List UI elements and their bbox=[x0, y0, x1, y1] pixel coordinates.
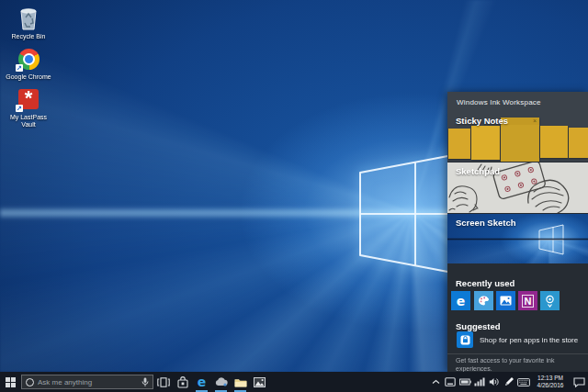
sticky-note-close-icon[interactable]: × bbox=[533, 118, 537, 125]
windows-logo-icon bbox=[6, 377, 16, 387]
desktop-icon-google-chrome[interactable]: ↗ Google Chrome bbox=[6, 45, 51, 81]
store-suggestion-item[interactable]: Shop for pen apps in the store bbox=[447, 330, 588, 353]
action-center-icon bbox=[573, 377, 585, 387]
store-bag-icon bbox=[177, 376, 188, 388]
edge-icon: e bbox=[457, 294, 466, 308]
network-button[interactable] bbox=[472, 372, 487, 392]
maps-app-tile[interactable] bbox=[540, 291, 560, 310]
suggestion-text: Shop for pen apps in the store bbox=[480, 336, 578, 344]
store-taskbar-button[interactable] bbox=[173, 372, 192, 392]
desktop-icon-label: Google Chrome bbox=[6, 73, 51, 81]
screen-sketch-section[interactable]: Screen Sketch bbox=[447, 214, 588, 263]
pen-icon bbox=[503, 376, 514, 387]
photos-app-tile[interactable] bbox=[496, 291, 515, 310]
maps-icon bbox=[544, 295, 556, 308]
screen-sketch-label: Screen Sketch bbox=[456, 218, 515, 228]
sticky-note bbox=[448, 129, 470, 159]
chevron-up-icon bbox=[432, 379, 440, 385]
onenote-icon: N bbox=[522, 295, 535, 308]
network-signal-icon bbox=[474, 377, 485, 386]
cloud-app-taskbar-button[interactable] bbox=[211, 372, 231, 392]
edge-icon: e bbox=[198, 375, 207, 389]
edge-app-tile[interactable]: e bbox=[451, 291, 470, 310]
sketchpad-label: Sketchpad bbox=[456, 166, 500, 176]
sticky-note bbox=[540, 126, 568, 158]
keyboard-icon bbox=[517, 378, 530, 386]
windows-ink-workspace-panel: Windows Ink Workspace Sticky Notes + × bbox=[447, 92, 588, 372]
photos-icon bbox=[500, 296, 512, 306]
battery-button[interactable] bbox=[458, 372, 472, 392]
paint-palette-icon bbox=[478, 295, 490, 307]
clock-date: 4/26/2016 bbox=[531, 382, 570, 389]
cortana-icon bbox=[26, 378, 34, 386]
footer-line1: Get fast access to your favorite ink exp… bbox=[456, 356, 588, 373]
fresh-paint-app-tile[interactable] bbox=[474, 291, 493, 310]
sticky-notes-section[interactable]: Sticky Notes + × bbox=[447, 112, 588, 162]
tablet-icon bbox=[445, 377, 456, 386]
shortcut-arrow-icon: ↗ bbox=[16, 64, 23, 72]
recycle-bin-icon bbox=[15, 5, 42, 32]
task-view-icon bbox=[157, 377, 170, 387]
clock-time: 12:13 PM bbox=[531, 375, 570, 382]
battery-icon bbox=[459, 378, 471, 386]
desktop-icon-label: Recycle Bin bbox=[6, 33, 51, 40]
desktop-screen: Recycle Bin ↗ Google Chrome * ↗ My LastP… bbox=[0, 0, 588, 392]
desktop-icon-list: Recycle Bin ↗ Google Chrome * ↗ My LastP… bbox=[6, 5, 51, 133]
edge-taskbar-button[interactable]: e bbox=[192, 372, 211, 392]
ink-panel-footer: Get fast access to your favorite ink exp… bbox=[447, 353, 588, 372]
cortana-search-box[interactable] bbox=[21, 375, 153, 389]
volume-button[interactable] bbox=[487, 372, 502, 392]
desktop-icon-lastpass-vault[interactable]: * ↗ My LastPass Vault bbox=[6, 85, 51, 129]
ink-workspace-button[interactable] bbox=[502, 372, 516, 392]
store-icon bbox=[457, 331, 473, 348]
sketchpad-section[interactable]: Sketchpad bbox=[447, 162, 588, 213]
sticky-note bbox=[471, 126, 500, 160]
desktop-icon-label: My LastPass Vault bbox=[6, 114, 51, 129]
shortcut-arrow-icon: ↗ bbox=[16, 105, 23, 112]
microphone-icon[interactable] bbox=[141, 377, 149, 387]
recently-used-row: e N bbox=[447, 291, 588, 310]
photos-taskbar-button[interactable] bbox=[250, 372, 269, 392]
search-input[interactable] bbox=[34, 378, 141, 386]
touch-keyboard-button[interactable] bbox=[516, 372, 531, 392]
lastpass-icon: * ↗ bbox=[15, 85, 42, 113]
task-view-button[interactable] bbox=[153, 372, 173, 392]
folder-icon bbox=[234, 377, 247, 387]
ink-panel-title: Windows Ink Workspace bbox=[447, 92, 588, 112]
start-button[interactable] bbox=[0, 372, 20, 392]
desktop-icon-recycle-bin[interactable]: Recycle Bin bbox=[6, 5, 51, 40]
onenote-app-tile[interactable]: N bbox=[518, 291, 537, 310]
sticky-note bbox=[569, 128, 588, 158]
recently-used-label: Recently used bbox=[456, 278, 514, 288]
taskbar: e bbox=[0, 372, 588, 392]
speaker-icon bbox=[489, 377, 500, 386]
tray-chevron-button[interactable] bbox=[428, 372, 443, 392]
action-center-button[interactable] bbox=[570, 372, 588, 392]
cloud-icon bbox=[215, 377, 228, 386]
clock[interactable]: 12:13 PM 4/26/2016 bbox=[531, 375, 570, 389]
file-explorer-taskbar-button[interactable] bbox=[231, 372, 250, 392]
screen-sketch-thumbnail-logo bbox=[532, 219, 569, 260]
sticky-notes-label: Sticky Notes bbox=[456, 116, 508, 126]
tablet-mode-button[interactable] bbox=[443, 372, 458, 392]
photos-icon bbox=[254, 377, 266, 387]
system-tray: 12:13 PM 4/26/2016 bbox=[428, 372, 588, 392]
chrome-icon: ↗ bbox=[15, 45, 42, 73]
